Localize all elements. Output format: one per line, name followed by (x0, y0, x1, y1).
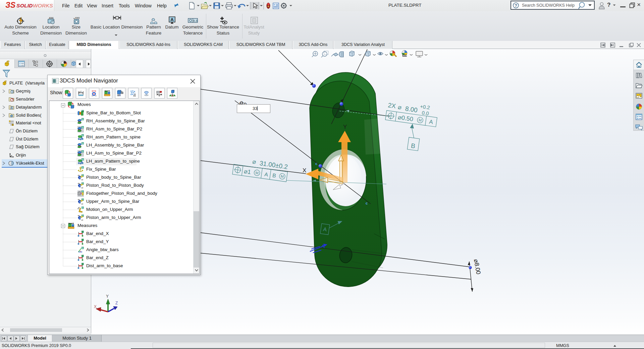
svg-text:⌀8.00: ⌀8.00 (473, 258, 482, 275)
svg-text:⌀: ⌀ (397, 104, 402, 111)
svg-text:⌀0.50: ⌀0.50 (397, 114, 414, 122)
svg-text:+0.2: +0.2 (420, 103, 430, 110)
svg-text:c: c (366, 201, 368, 205)
svg-text:B: B (411, 142, 416, 150)
svg-text:Z: Z (115, 301, 118, 305)
svg-text:c: c (315, 162, 317, 166)
svg-text:⌀: ⌀ (252, 158, 257, 165)
svg-text:X: X (303, 167, 306, 174)
svg-text:X: X (94, 304, 97, 309)
svg-text:31.00±0.2: 31.00±0.2 (259, 160, 288, 171)
svg-text:M: M (418, 118, 422, 122)
svg-text:A: A (11, 107, 12, 109)
svg-text:2X: 2X (387, 102, 396, 110)
svg-text:0.3: 0.3 (193, 19, 197, 22)
svg-text:xxx: xxx (75, 16, 80, 19)
svg-text:A: A (170, 17, 174, 22)
svg-text:M: M (255, 171, 259, 175)
svg-text:B: B (272, 172, 276, 178)
svg-text:?: ? (515, 3, 517, 8)
svg-text:Y: Y (343, 124, 347, 130)
svg-text:Y: Y (106, 294, 109, 299)
svg-text:8.00: 8.00 (405, 105, 418, 114)
svg-text:A: A (264, 171, 268, 177)
svg-text:M: M (280, 174, 284, 178)
svg-text:⌀1: ⌀1 (244, 168, 251, 176)
svg-text:A: A (429, 119, 434, 125)
